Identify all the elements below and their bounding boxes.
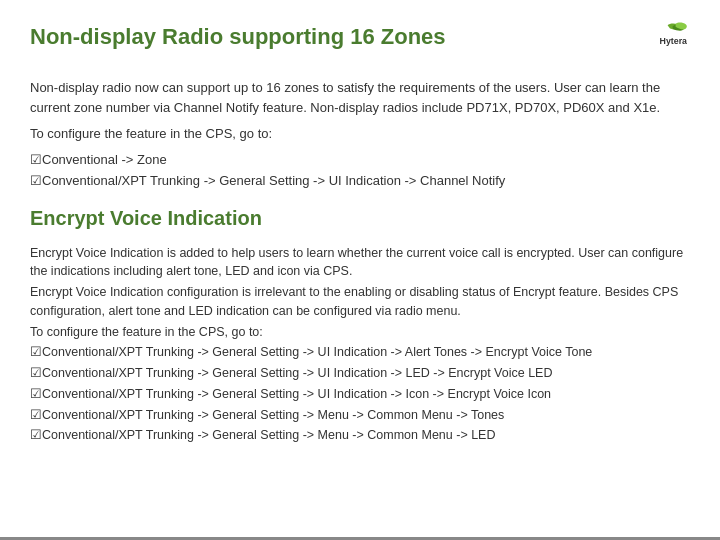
svg-text:Hytera: Hytera bbox=[660, 36, 687, 46]
section2-config-line1: ☑Conventional/XPT Trunking -> General Se… bbox=[30, 343, 690, 362]
section2-title: Encrypt Voice Indication bbox=[30, 207, 690, 230]
section2-body: Encrypt Voice Indication is added to hel… bbox=[30, 244, 690, 446]
logo-area: Hytera bbox=[610, 20, 690, 60]
section1-config-line1: ☑Conventional -> Zone bbox=[30, 150, 690, 170]
section1-body: Non-display radio now can support up to … bbox=[30, 78, 690, 191]
section2-config-line5: ☑Conventional/XPT Trunking -> General Se… bbox=[30, 426, 690, 445]
section1-config: To configure the feature in the CPS, go … bbox=[30, 124, 690, 190]
section2-config-line2: ☑Conventional/XPT Trunking -> General Se… bbox=[30, 364, 690, 383]
page-title: Non-display Radio supporting 16 Zones bbox=[30, 20, 446, 50]
section2-para1: Encrypt Voice Indication is added to hel… bbox=[30, 244, 690, 282]
section1-para1: Non-display radio now can support up to … bbox=[30, 78, 690, 118]
section2-config-intro: To configure the feature in the CPS, go … bbox=[30, 323, 690, 342]
section1-config-intro: To configure the feature in the CPS, go … bbox=[30, 124, 690, 144]
section2-para2: Encrypt Voice Indication configuration i… bbox=[30, 283, 690, 321]
section2-config-line3: ☑Conventional/XPT Trunking -> General Se… bbox=[30, 385, 690, 404]
page-container: Non-display Radio supporting 16 Zones Hy… bbox=[0, 0, 720, 540]
header-row: Non-display Radio supporting 16 Zones Hy… bbox=[30, 20, 690, 60]
hytera-logo: Hytera bbox=[610, 20, 690, 60]
section1-config-line2: ☑Conventional/XPT Trunking -> General Se… bbox=[30, 171, 690, 191]
section2-config-line4: ☑Conventional/XPT Trunking -> General Se… bbox=[30, 406, 690, 425]
